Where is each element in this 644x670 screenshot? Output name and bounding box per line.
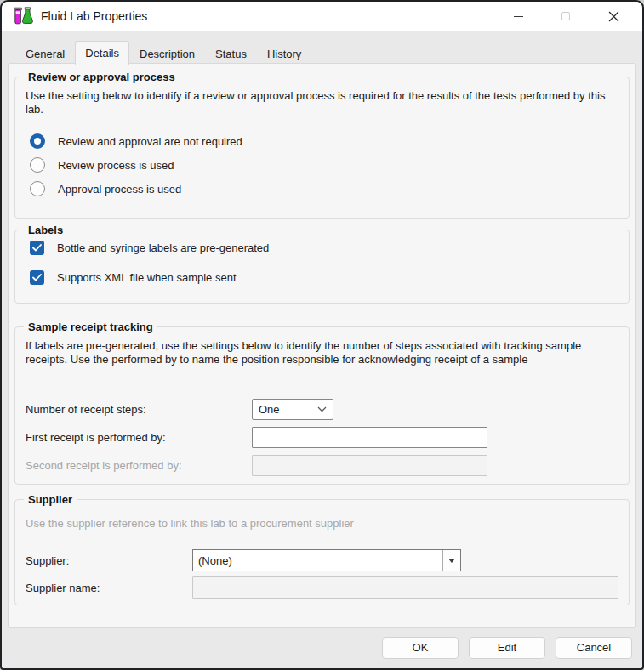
radio-unselected-icon[interactable] — [30, 181, 45, 196]
radio-review-process[interactable]: Review process is used — [30, 157, 618, 173]
lab-flasks-icon — [13, 6, 33, 26]
fluid-lab-properties-dialog: Fluid Lab Properties General Details Des… — [0, 0, 644, 670]
minimize-icon — [514, 16, 523, 17]
first-receipt-label: First receipt is performed by: — [26, 431, 252, 444]
first-receipt-input[interactable] — [252, 427, 487, 448]
edit-button[interactable]: Edit — [469, 637, 545, 659]
supplier-form: Supplier: (None) Supplier name: — [26, 549, 618, 599]
labels-group: Labels Bottle and syringe labels are pre… — [14, 230, 630, 304]
supplier-hint: Use the supplier reference to link this … — [26, 517, 618, 531]
group-title: Supplier — [24, 492, 77, 507]
radio-label: Review process is used — [58, 159, 174, 172]
supplier-name-row: Supplier name: — [26, 576, 618, 599]
second-receipt-input — [252, 455, 487, 476]
supplier-row: Supplier: (None) — [26, 549, 618, 571]
window-controls — [494, 2, 642, 31]
second-receipt-row: Second receipt is performed by: — [26, 454, 618, 476]
supplier-label: Supplier: — [26, 554, 192, 567]
radio-review-not-required[interactable]: Review and approval are not required — [30, 133, 618, 149]
dropdown-arrow-button[interactable] — [442, 550, 460, 571]
minimize-button[interactable] — [494, 2, 542, 31]
checkbox-label: Bottle and syringe labels are pre-genera… — [57, 241, 269, 254]
close-icon — [608, 11, 619, 22]
ok-button[interactable]: OK — [382, 637, 459, 659]
group-title: Labels — [24, 223, 67, 237]
checkbox-label: Supports XML file when sample sent — [57, 271, 237, 284]
second-receipt-label: Second receipt is performed by: — [26, 459, 252, 472]
review-options: Review and approval are not required Rev… — [26, 133, 618, 196]
group-title: Review or approval process — [24, 70, 180, 84]
review-description: Use the setting below to identify if a r… — [26, 89, 618, 116]
radio-label: Review and approval are not required — [58, 135, 242, 148]
checkbox-bottle-syringe[interactable]: Bottle and syringe labels are pre-genera… — [30, 241, 618, 255]
tab-strip: General Details Description Status Histo… — [2, 41, 642, 64]
receipt-steps-select[interactable]: One — [252, 399, 333, 420]
sample-receipt-tracking-group: Sample receipt tracking If labels are pr… — [14, 326, 630, 485]
details-tab-page: Review or approval process Use the setti… — [8, 63, 636, 628]
supplier-name-input — [192, 576, 618, 599]
supplier-combobox[interactable]: (None) — [192, 549, 461, 571]
supplier-selected-value: (None) — [193, 550, 232, 571]
checkbox-supports-xml[interactable]: Supports XML file when sample sent — [30, 270, 618, 285]
first-receipt-row: First receipt is performed by: — [26, 426, 618, 448]
tab-history[interactable]: History — [257, 43, 311, 65]
tab-details[interactable]: Details — [75, 41, 129, 65]
receipt-description: If labels are pre-generated, use the set… — [26, 339, 594, 366]
tab-description[interactable]: Description — [129, 43, 205, 65]
titlebar: Fluid Lab Properties — [2, 2, 642, 31]
radio-approval-process[interactable]: Approval process is used — [30, 181, 618, 196]
checkbox-checked-icon[interactable] — [30, 270, 44, 285]
dialog-footer: OK Edit Cancel — [2, 627, 642, 668]
steps-label: Number of receipt steps: — [26, 403, 252, 416]
supplier-group: Supplier Use the supplier reference to l… — [14, 499, 630, 605]
checkbox-checked-icon[interactable] — [30, 241, 44, 255]
tab-general[interactable]: General — [15, 43, 75, 65]
radio-unselected-icon[interactable] — [30, 157, 45, 173]
tab-status[interactable]: Status — [205, 43, 257, 65]
window-title: Fluid Lab Properties — [41, 9, 147, 23]
maximize-icon — [561, 12, 570, 20]
maximize-button — [542, 2, 590, 31]
receipt-steps-row: Number of receipt steps: One — [26, 398, 618, 420]
receipt-form: Number of receipt steps: One First recei… — [26, 398, 618, 476]
review-approval-group: Review or approval process Use the setti… — [14, 77, 630, 219]
cancel-button[interactable]: Cancel — [556, 637, 632, 659]
dropdown-arrow-icon — [448, 559, 455, 563]
radio-label: Approval process is used — [58, 183, 181, 196]
chevron-down-icon — [317, 406, 327, 412]
steps-selected-value: One — [259, 403, 280, 416]
radio-selected-icon[interactable] — [30, 133, 45, 149]
group-title: Sample receipt tracking — [24, 320, 157, 334]
close-button[interactable] — [590, 2, 637, 31]
supplier-name-label: Supplier name: — [26, 582, 192, 594]
